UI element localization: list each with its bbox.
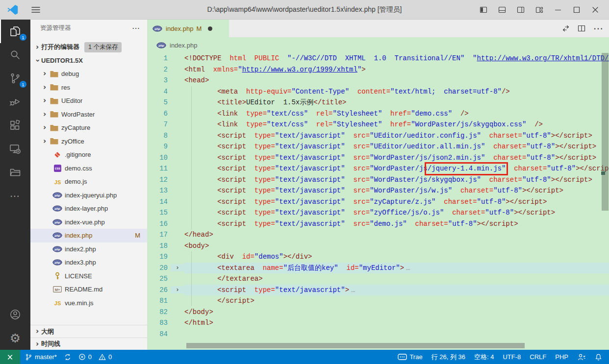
timeline-section[interactable]: › 时间线 [30, 338, 147, 350]
code-line-82[interactable]: 82</body> [147, 307, 609, 318]
code-line-19[interactable]: 19 <div id="demos"></div> [147, 251, 609, 263]
breadcrumb[interactable]: php index.php [147, 37, 609, 53]
code-line-12[interactable]: 12 <script type="text/javascript" src="W… [147, 174, 609, 186]
activity-item-additional-views[interactable]: ⋯ [0, 184, 30, 208]
unsaved-dot-icon[interactable] [208, 26, 212, 31]
status-end-of-line[interactable]: CRLF [530, 353, 546, 361]
tree-item--gitignore[interactable]: .gitignore [30, 148, 147, 162]
status-notifications[interactable] [595, 353, 602, 361]
tree-item-res[interactable]: ›res [30, 81, 147, 95]
status-indentation[interactable]: 空格: 4 [474, 353, 494, 362]
tree-item-demo-css[interactable]: cssdemo.css [30, 162, 147, 175]
tree-item-label: res [61, 84, 70, 91]
code-line-17[interactable]: 17</head> [147, 229, 609, 241]
activity-item-run-and-debug[interactable] [0, 90, 30, 114]
activity-item-manage[interactable]: ⚙ [0, 326, 30, 350]
activity-item-remote-explorer[interactable] [0, 137, 30, 161]
toggle-primary-sidebar-icon[interactable] [480, 6, 487, 14]
vertical-scrollbar[interactable] [602, 53, 609, 211]
code-line-11[interactable]: 11 <script type="text/javascript" src="W… [147, 163, 609, 174]
code-line-20[interactable]: 20› <textarea name="后台取值的key" id="myEdit… [147, 263, 609, 274]
activity-item-explorer[interactable]: 1 [0, 20, 30, 43]
code-line-2[interactable]: 2<html xmlns="http://www.w3.org/1999/xht… [147, 64, 609, 75]
tree-item-debug[interactable]: ›debug [30, 67, 147, 81]
code-line-25[interactable]: 25 </textarea> [147, 273, 609, 285]
tree-item-index3-php[interactable]: phpindex3.php [30, 256, 147, 269]
code-line-6[interactable]: 6 <link type="text/css" rel="Stylesheet"… [147, 108, 609, 120]
maximize-icon[interactable] [573, 6, 581, 14]
code-line-16[interactable]: 16 <script type="text/javascript" src="d… [147, 218, 609, 230]
svg-text:JS: JS [54, 300, 60, 306]
status-sync-changes[interactable] [64, 353, 72, 361]
fold-chevron-icon[interactable]: › [171, 286, 184, 293]
open-editors-section[interactable]: › 打开的编辑器 1 个未保存 [30, 40, 147, 54]
status-feedback[interactable] [577, 353, 586, 361]
tree-item-zycapture[interactable]: ›zyCapture [30, 121, 147, 135]
activity-item-accounts[interactable] [0, 303, 30, 326]
tree-item-index-php[interactable]: phpindex.phpM [30, 229, 147, 243]
status-cursor-position[interactable]: 行 26, 列 36 [431, 353, 465, 362]
code-line-9[interactable]: 9 <script type="text/javascript" src="UE… [147, 141, 609, 152]
code-line-10[interactable]: 10 <script type="text/javascript" src="W… [147, 152, 609, 164]
code-line-26[interactable]: 26› <script type="text/javascript">… [147, 285, 609, 296]
overview-ruler-mark [601, 171, 605, 175]
outline-section[interactable]: › 大纲 [30, 325, 147, 338]
status-language-mode[interactable]: PHP [555, 353, 568, 361]
fold-chevron-icon[interactable]: › [171, 264, 184, 271]
code-line-3[interactable]: 3<head> [147, 75, 609, 86]
code-line-5[interactable]: 5 <title>UEditor 1.5x示例</title> [147, 97, 609, 108]
activity-item-extensions[interactable] [0, 114, 30, 137]
code-line-content: <script type="text/javascript" src="Word… [184, 174, 609, 186]
tree-item-index-layer-php[interactable]: phpindex-layer.php [30, 202, 147, 216]
menu-icon[interactable] [30, 4, 41, 15]
open-changes-icon[interactable] [562, 24, 570, 32]
tree-item-readme-md[interactable]: M+README.md [30, 283, 147, 296]
code-line-83[interactable]: 83</html> [147, 317, 609, 329]
horizontal-scrollbar[interactable] [186, 343, 525, 348]
status-label: 行 26, 列 36 [431, 353, 465, 362]
activity-item-folder-view[interactable] [0, 161, 30, 184]
status-errors[interactable]: 0 [78, 353, 92, 361]
tree-item-ueditor[interactable]: ›UEditor [30, 94, 147, 108]
toggle-panel-icon[interactable] [498, 6, 506, 14]
open-editors-label: 打开的编辑器 [41, 43, 79, 51]
code-line-8[interactable]: 8 <script type="text/javascript" src="UE… [147, 130, 609, 142]
code-line-81[interactable]: 81 </script> [147, 295, 609, 307]
minimize-icon[interactable] [554, 6, 562, 14]
code-line-7[interactable]: 7 <link type="text/css" rel="Stylesheet"… [147, 119, 609, 130]
code-line-4[interactable]: 4 <meta http-equiv="Content-Type" conten… [147, 86, 609, 97]
tree-item-zyoffice[interactable]: ›zyOffice [30, 135, 147, 148]
activity-item-source-control[interactable]: 1 [0, 67, 30, 90]
status-encoding[interactable]: UTF-8 [503, 353, 521, 361]
status-bar: master*00 Trae行 26, 列 36空格: 4UTF-8CRLFPH… [0, 350, 609, 364]
tree-item-index-vue-php[interactable]: phpindex-vue.php [30, 216, 147, 229]
split-editor-icon[interactable] [578, 24, 585, 32]
code-line-1[interactable]: 1<!DOCTYPE html PUBLIC "-//W3C//DTD XHTM… [147, 53, 609, 64]
tree-item-index2-php[interactable]: phpindex2.php [30, 243, 147, 256]
tree-item-demo-js[interactable]: JSdemo.js [30, 175, 147, 189]
code-line-13[interactable]: 13 <script type="text/javascript" src="W… [147, 185, 609, 196]
code-line-14[interactable]: 14 <script type="text/javascript" src="z… [147, 196, 609, 208]
code-line-15[interactable]: 15 <script type="text/javascript" src="z… [147, 207, 609, 218]
tree-item-wordpaster[interactable]: ›WordPaster [30, 108, 147, 121]
code-line-18[interactable]: 18<body> [147, 241, 609, 252]
status-git-branch[interactable]: master* [25, 353, 57, 361]
tab-index-php[interactable]: php index.php M [147, 20, 229, 37]
status-trae[interactable]: Trae [398, 353, 422, 361]
chevron-down-icon: › [34, 57, 41, 65]
tree-item-license[interactable]: LICENSE [30, 269, 147, 283]
toggle-secondary-sidebar-icon[interactable] [517, 6, 525, 14]
line-number: 19 [147, 253, 171, 261]
code-editor[interactable]: 1<!DOCTYPE html PUBLIC "-//W3C//DTD XHTM… [147, 53, 609, 350]
sidebar-more-actions-icon[interactable]: ⋯ [132, 24, 140, 33]
more-actions-icon[interactable]: ⋯ [593, 24, 604, 34]
code-line-84[interactable]: 84 [147, 329, 609, 340]
workspace-root[interactable]: › UEDITOR1.5X [30, 54, 147, 67]
activity-item-search[interactable] [0, 43, 30, 67]
tree-item-index-jqueryui-php[interactable]: phpindex-jqueryui.php [30, 189, 147, 202]
close-icon[interactable] [591, 6, 599, 14]
tree-item-vue-min-js[interactable]: JSvue.min.js [30, 296, 147, 310]
remote-indicator[interactable] [0, 350, 20, 364]
status-warnings[interactable]: 0 [99, 353, 112, 361]
customize-layout-icon[interactable] [535, 6, 543, 14]
